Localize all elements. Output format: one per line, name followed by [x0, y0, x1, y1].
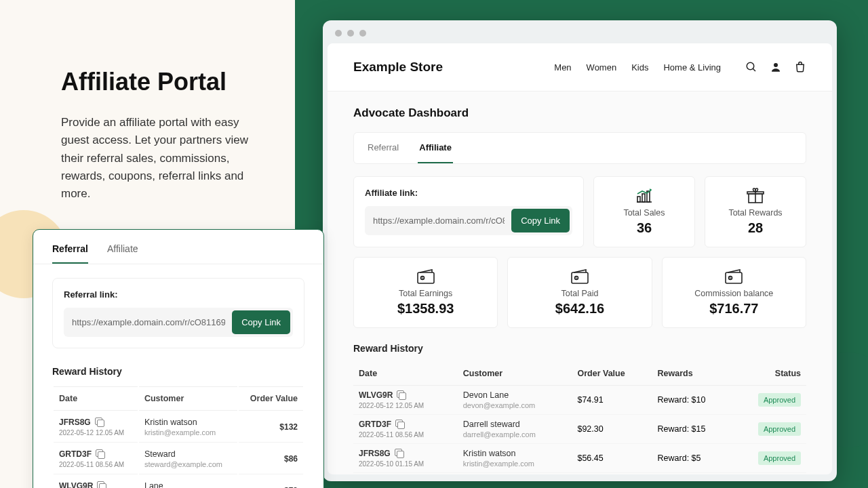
copy-icon[interactable]: [97, 481, 106, 488]
table-row: WLVG9R2022-05-10 01.15 AM Lanelane@examp…: [54, 476, 303, 488]
total-paid-value: $642.16: [519, 301, 640, 317]
nav-home-living[interactable]: Home & Living: [663, 62, 721, 73]
total-sales-value: 36: [605, 220, 684, 236]
chart-icon: [605, 188, 684, 204]
cart-icon[interactable]: [794, 61, 806, 73]
wallet-icon: $: [365, 268, 486, 285]
affiliate-link-label: Affiliate link:: [365, 188, 572, 198]
user-icon[interactable]: [770, 61, 782, 73]
svg-point-2: [774, 63, 778, 67]
table-row: GRTD3F2022-05-11 08.56 AM Darrell stewar…: [353, 415, 806, 444]
copy-link-button[interactable]: Copy Link: [232, 310, 290, 334]
total-rewards-value: 28: [716, 220, 795, 236]
svg-rect-4: [642, 194, 645, 202]
reward-history-heading: Reward History: [52, 366, 304, 377]
col-order-value: Order Value: [572, 362, 652, 386]
commission-balance-label: Commission balance: [673, 289, 795, 298]
window-controls: [323, 20, 837, 43]
total-rewards-label: Total Rewards: [716, 208, 795, 218]
total-paid-label: Total Paid: [519, 289, 640, 298]
svg-rect-15: [726, 272, 742, 283]
wallet-icon: $: [519, 268, 640, 285]
table-row: JFRS8G2022-05-12 12.05 AM Kristin watson…: [54, 412, 303, 443]
browser-window: Example Store Men Women Kids Home & Livi…: [323, 20, 837, 481]
tab-referral[interactable]: Referral: [52, 243, 88, 264]
svg-rect-9: [418, 272, 434, 283]
svg-rect-12: [572, 272, 588, 283]
status-badge: Approved: [758, 393, 801, 407]
page-title: Affiliate Portal: [61, 68, 261, 96]
referral-preview-card: Referral Affiliate Referral link: Copy L…: [33, 229, 324, 488]
table-row: GRTD3F2022-05-11 08.56 AM Stewardsteward…: [54, 444, 303, 474]
copy-icon[interactable]: [96, 449, 105, 459]
page-description: Provide an affiliate portal with easy gu…: [61, 114, 261, 203]
commission-balance-value: $716.77: [673, 301, 795, 317]
reward-history-heading: Reward History: [353, 343, 806, 354]
referral-link-label: Referral link:: [64, 289, 293, 300]
search-icon[interactable]: [745, 61, 757, 73]
table-row: WLVG9R2022-05-12 12.05 AM Devon Lanedevo…: [353, 386, 806, 415]
total-earnings-label: Total Earnings: [365, 289, 486, 298]
svg-text:$: $: [576, 276, 578, 280]
copy-icon[interactable]: [395, 449, 404, 458]
tab-referral[interactable]: Referral: [366, 133, 400, 163]
col-status: Status: [733, 362, 806, 386]
dashboard-title: Advocate Dashboard: [353, 106, 806, 120]
copy-icon[interactable]: [395, 420, 405, 429]
svg-text:$: $: [730, 276, 732, 280]
copy-link-button[interactable]: Copy Link: [511, 209, 570, 232]
copy-icon[interactable]: [95, 418, 104, 427]
col-date: Date: [353, 362, 458, 386]
reward-history-table: Date Customer Order Value JFRS8G2022-05-…: [52, 385, 304, 488]
total-earnings-value: $1358.93: [365, 301, 486, 317]
svg-line-1: [753, 68, 755, 71]
svg-point-0: [747, 62, 754, 70]
gift-icon: [716, 188, 795, 204]
total-sales-label: Total Sales: [605, 208, 684, 218]
tab-affiliate[interactable]: Affiliate: [418, 133, 453, 163]
svg-rect-3: [637, 197, 640, 202]
col-rewards: Rewards: [652, 362, 733, 386]
affiliate-link-input[interactable]: [373, 216, 505, 226]
nav-kids[interactable]: Kids: [631, 62, 648, 73]
nav-women[interactable]: Women: [587, 62, 617, 73]
col-date: Date: [54, 386, 138, 411]
status-badge: Approved: [758, 422, 801, 436]
wallet-icon: $: [673, 268, 795, 285]
col-customer: Customer: [458, 362, 572, 386]
nav-men[interactable]: Men: [554, 62, 571, 73]
status-badge: Approved: [758, 451, 801, 465]
table-row: JFRS8G2022-05-10 01.15 AM Kristin watson…: [353, 444, 806, 473]
copy-icon[interactable]: [397, 390, 406, 400]
store-name: Example Store: [353, 60, 443, 75]
svg-text:$: $: [421, 276, 423, 280]
tab-affiliate[interactable]: Affiliate: [107, 243, 138, 264]
referral-link-input[interactable]: [72, 317, 225, 327]
col-order-value: Order Value: [239, 386, 303, 411]
reward-history-table: Date Customer Order Value Rewards Status…: [353, 362, 806, 473]
col-customer: Customer: [139, 386, 237, 411]
